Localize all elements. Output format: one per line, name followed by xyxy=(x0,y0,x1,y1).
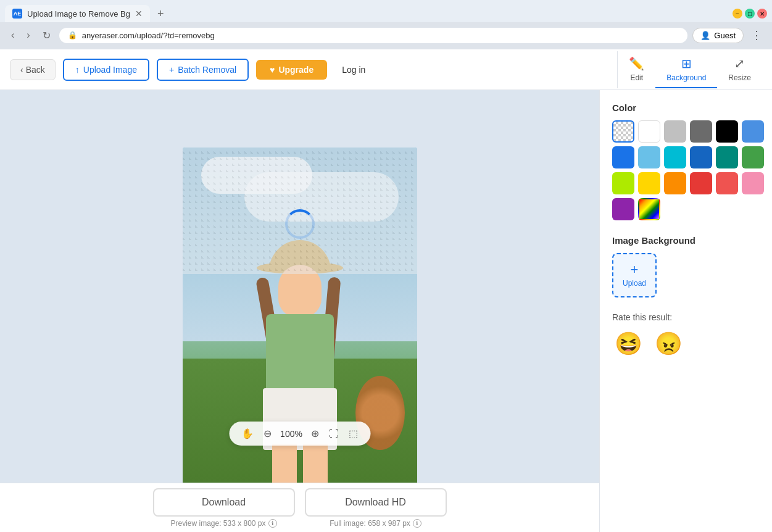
edit-icon: ✏️ xyxy=(629,56,644,71)
download-full-info: Full image: 658 x 987 px ℹ xyxy=(330,519,421,528)
tool-group: ✏️ Edit ⊞ Background ⤢ Resize xyxy=(617,51,762,88)
full-info-icon: ℹ xyxy=(413,519,421,528)
resize-tool-button[interactable]: ⤢ Resize xyxy=(717,51,762,88)
back-chevron-icon: ‹ xyxy=(20,65,23,75)
color-swatch-purple[interactable] xyxy=(612,198,634,220)
angry-emoji-button[interactable]: 😠 xyxy=(652,328,685,359)
download-preview-info: Preview image: 533 x 800 px ℹ xyxy=(170,519,276,528)
photo-person xyxy=(251,240,349,499)
upload-icon: ↑ xyxy=(75,65,80,75)
download-hd-button[interactable]: Download HD xyxy=(305,488,447,517)
batch-icon: + xyxy=(169,65,174,75)
reload-button[interactable]: ↻ xyxy=(39,27,54,44)
upload-bg-button[interactable]: + Upload xyxy=(612,253,657,297)
app-header: ‹ Back ↑ Upload Image + Batch Removal ♥ … xyxy=(0,49,772,90)
address-icon: 🔒 xyxy=(68,31,77,39)
batch-label: Batch Removal xyxy=(178,65,236,75)
color-swatch-rainbow[interactable] xyxy=(638,198,660,220)
zoom-in-button[interactable]: ⊕ xyxy=(309,426,322,441)
loading-overlay xyxy=(285,209,315,239)
rate-label: Rate this result: xyxy=(612,312,760,322)
browser-menu-button[interactable]: ⋮ xyxy=(749,26,765,44)
tab-favicon: AE xyxy=(12,9,22,19)
right-panel: Color xyxy=(599,90,772,532)
zoom-level: 100% xyxy=(279,429,304,439)
profile-icon: 👤 xyxy=(700,31,710,40)
new-tab-button[interactable]: + xyxy=(152,6,169,22)
close-button[interactable]: ✕ xyxy=(757,9,767,19)
emoji-row: 😆 😠 xyxy=(612,328,760,359)
color-swatch-black[interactable] xyxy=(716,120,738,143)
upload-bg-label: Upload xyxy=(623,279,646,288)
color-swatch-coral[interactable] xyxy=(716,172,738,194)
back-nav-button[interactable]: ‹ xyxy=(7,27,18,43)
main-content: ✋ ⊖ 100% ⊕ ⛶ ⬚ Color xyxy=(0,90,772,532)
maximize-button[interactable]: □ xyxy=(745,9,755,19)
color-section: Color xyxy=(612,102,760,220)
color-swatch-orange[interactable] xyxy=(664,172,686,194)
color-swatch-red[interactable] xyxy=(690,172,712,194)
tab-close-icon[interactable]: ✕ xyxy=(135,9,143,19)
preview-info-icon: ℹ xyxy=(268,519,277,528)
zoom-out-button[interactable]: ⊖ xyxy=(261,426,274,441)
color-swatch-blue[interactable] xyxy=(612,146,634,168)
color-swatch-yellow[interactable] xyxy=(638,172,660,194)
upload-label: Upload Image xyxy=(83,65,137,75)
window-controls: − □ ✕ xyxy=(733,9,767,19)
image-bg-section: Image Background + Upload xyxy=(612,235,760,297)
canvas-area[interactable]: ✋ ⊖ 100% ⊕ ⛶ ⬚ xyxy=(0,90,599,532)
fit-view-button[interactable]: ⛶ xyxy=(326,427,341,441)
color-swatch-white[interactable] xyxy=(638,120,660,143)
full-info-text: Full image: 658 x 987 px xyxy=(330,519,410,528)
profile-label: Guest xyxy=(714,31,736,40)
person-body xyxy=(266,314,334,394)
color-swatch-cyan[interactable] xyxy=(664,146,686,168)
browser-tab[interactable]: AE Upload Image to Remove Bg ✕ xyxy=(5,5,150,22)
resize-icon: ⤢ xyxy=(734,56,745,71)
background-label: Background xyxy=(666,73,706,82)
upgrade-label: Upgrade xyxy=(278,65,313,75)
color-swatch-skyblue[interactable] xyxy=(638,146,660,168)
happy-emoji-button[interactable]: 😆 xyxy=(612,328,645,359)
image-bg-label: Image Background xyxy=(612,235,760,246)
forward-nav-button[interactable]: › xyxy=(23,27,33,43)
rate-section: Rate this result: 😆 😠 xyxy=(612,312,760,359)
color-swatch-transparent[interactable] xyxy=(612,120,634,143)
upload-image-button[interactable]: ↑ Upload Image xyxy=(63,59,149,81)
color-swatch-darkblue[interactable] xyxy=(690,146,712,168)
tab-title: Upload Image to Remove Bg xyxy=(27,9,130,19)
minimize-button[interactable]: − xyxy=(733,9,742,19)
color-swatch-darkgray[interactable] xyxy=(690,120,712,143)
hand-tool-button[interactable]: ✋ xyxy=(239,426,256,441)
download-section: Download Preview image: 533 x 800 px ℹ xyxy=(153,488,295,528)
color-swatch-lightgray[interactable] xyxy=(664,120,686,143)
address-bar-row: ‹ › ↻ 🔒 anyeraser.com/upload/?td=removeb… xyxy=(0,22,772,49)
split-view-button[interactable]: ⬚ xyxy=(346,426,360,441)
upgrade-button[interactable]: ♥ Upgrade xyxy=(256,60,327,80)
upload-bg-plus-icon: + xyxy=(631,263,639,276)
background-tool-button[interactable]: ⊞ Background xyxy=(655,51,717,88)
edit-label: Edit xyxy=(630,73,643,82)
back-button[interactable]: ‹ Back xyxy=(10,59,56,80)
login-button[interactable]: Log in xyxy=(334,60,373,80)
batch-removal-button[interactable]: + Batch Removal xyxy=(157,59,249,81)
color-swatch-teal[interactable] xyxy=(716,146,738,168)
color-swatch-green[interactable] xyxy=(742,146,764,168)
color-swatch-blue-light[interactable] xyxy=(742,120,764,143)
download-bar: Download Preview image: 533 x 800 px ℹ D… xyxy=(0,483,599,532)
profile-button[interactable]: 👤 Guest xyxy=(692,28,744,43)
image-container xyxy=(183,148,417,499)
edit-tool-button[interactable]: ✏️ Edit xyxy=(618,51,655,88)
download-hd-section: Download HD Full image: 658 x 987 px ℹ xyxy=(305,488,447,528)
loading-spinner xyxy=(285,209,315,239)
color-swatch-pink[interactable] xyxy=(742,172,764,194)
address-text: anyeraser.com/upload/?td=removebg xyxy=(82,31,679,40)
download-button[interactable]: Download xyxy=(153,488,295,517)
color-swatch-lime[interactable] xyxy=(612,172,634,194)
color-section-label: Color xyxy=(612,102,760,113)
main-image xyxy=(183,148,417,499)
color-grid xyxy=(612,120,760,220)
back-label: Back xyxy=(26,65,45,75)
tab-bar: AE Upload Image to Remove Bg ✕ + − □ ✕ xyxy=(0,0,772,22)
address-bar[interactable]: 🔒 anyeraser.com/upload/?td=removebg xyxy=(59,28,688,43)
